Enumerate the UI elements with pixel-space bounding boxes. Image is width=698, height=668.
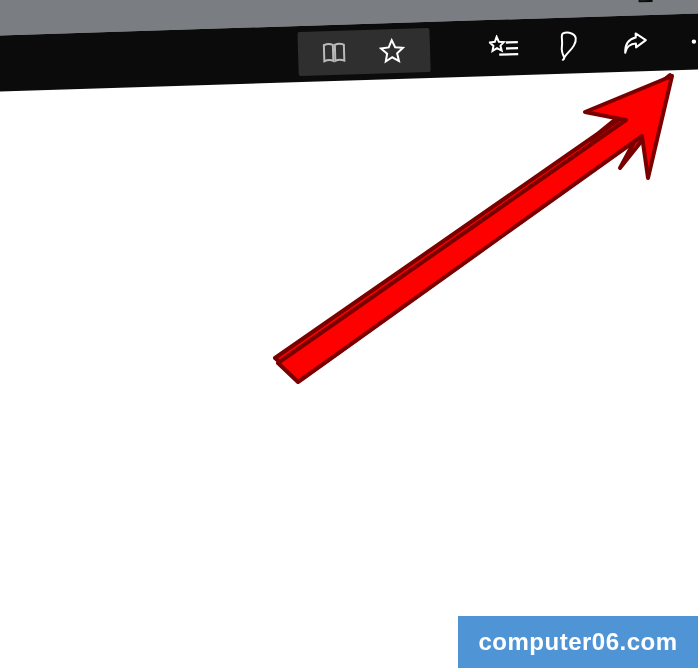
share-button[interactable] xyxy=(619,27,652,60)
settings-more-button[interactable] xyxy=(685,25,698,58)
svg-line-7 xyxy=(499,54,518,55)
hub-button[interactable] xyxy=(488,31,521,64)
minimize-button[interactable] xyxy=(560,0,607,18)
restore-icon xyxy=(637,0,658,3)
pen-icon xyxy=(557,30,584,61)
svg-point-8 xyxy=(692,39,697,44)
watermark-bar: computer06.com xyxy=(458,616,698,668)
address-bar-actions xyxy=(297,28,430,76)
notes-button[interactable] xyxy=(553,29,586,62)
svg-rect-2 xyxy=(639,0,651,1)
book-icon xyxy=(321,40,348,67)
watermark-text: computer06.com xyxy=(478,628,677,656)
more-icon xyxy=(689,28,698,55)
share-icon xyxy=(622,30,651,57)
minimize-icon xyxy=(574,0,593,4)
reading-view-button[interactable] xyxy=(318,36,351,69)
toolbar-actions xyxy=(488,25,698,64)
page-content xyxy=(0,96,698,668)
star-icon xyxy=(379,38,406,65)
star-list-icon xyxy=(489,34,520,61)
maximize-button[interactable] xyxy=(624,0,671,16)
favorite-button[interactable] xyxy=(376,35,409,68)
window-chrome xyxy=(0,0,698,92)
close-button[interactable] xyxy=(688,0,698,14)
screenshot-stage: computer06.com xyxy=(0,0,698,668)
